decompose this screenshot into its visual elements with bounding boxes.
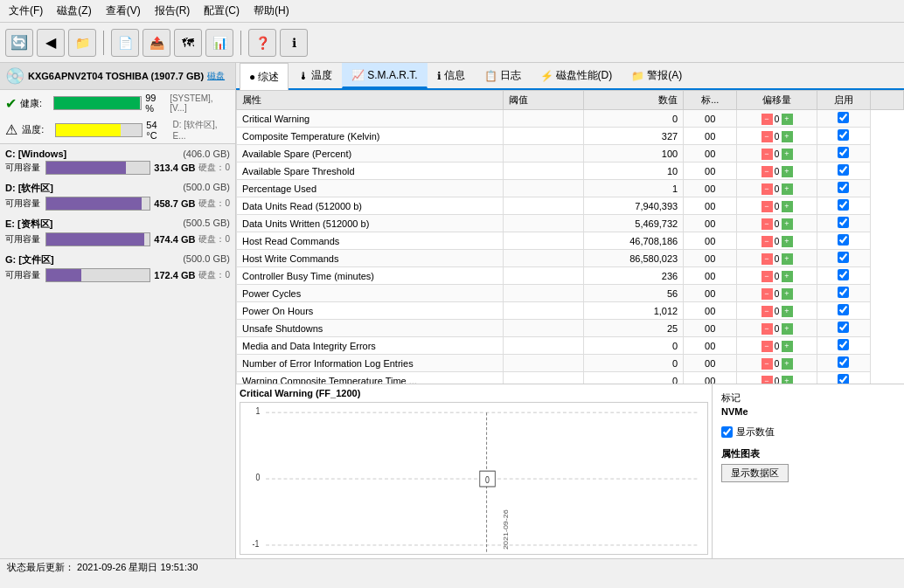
cell-enabled[interactable] bbox=[817, 215, 870, 232]
enabled-checkbox[interactable] bbox=[838, 234, 849, 246]
offset-minus-btn[interactable]: − bbox=[761, 183, 773, 195]
offset-minus-btn[interactable]: − bbox=[761, 271, 773, 282]
offset-plus-btn[interactable]: + bbox=[782, 341, 793, 352]
toolbar-help-btn[interactable]: ❓ bbox=[248, 29, 276, 57]
offset-minus-btn[interactable]: − bbox=[761, 306, 773, 317]
offset-plus-btn[interactable]: + bbox=[782, 323, 793, 335]
offset-plus-btn[interactable]: + bbox=[782, 271, 793, 282]
offset-plus-btn[interactable]: + bbox=[782, 358, 793, 370]
show-values-row[interactable]: 显示数值 bbox=[721, 425, 895, 439]
toolbar-btn5[interactable]: 📊 bbox=[205, 29, 233, 57]
enabled-checkbox[interactable] bbox=[838, 339, 849, 350]
toolbar-refresh-btn[interactable]: 🔄 bbox=[5, 29, 33, 57]
table-row[interactable]: Controller Busy Time (minutes) 236 00 − … bbox=[237, 267, 904, 285]
cell-enabled[interactable] bbox=[817, 128, 870, 145]
offset-plus-btn[interactable]: + bbox=[782, 376, 793, 384]
show-values-checkbox[interactable] bbox=[721, 426, 733, 438]
offset-plus-btn[interactable]: + bbox=[782, 114, 793, 125]
offset-minus-btn[interactable]: − bbox=[761, 376, 773, 384]
cell-enabled[interactable] bbox=[817, 250, 870, 267]
table-row[interactable]: Host Write Commands 86,580,023 00 − 0 + bbox=[237, 250, 904, 267]
toolbar-btn4[interactable]: 🗺 bbox=[174, 29, 202, 57]
menu-disk[interactable]: 磁盘(Z) bbox=[53, 2, 94, 20]
table-row[interactable]: Data Units Written (512000 b) 5,469,732 … bbox=[237, 215, 904, 232]
menu-report[interactable]: 报告(R) bbox=[151, 2, 194, 20]
menu-file[interactable]: 文件(F) bbox=[5, 2, 46, 20]
offset-plus-btn[interactable]: + bbox=[782, 201, 793, 212]
table-row[interactable]: Data Units Read (512000 b) 7,940,393 00 … bbox=[237, 197, 904, 215]
offset-plus-btn[interactable]: + bbox=[782, 306, 793, 317]
offset-plus-btn[interactable]: + bbox=[782, 183, 793, 195]
enabled-checkbox[interactable] bbox=[838, 322, 849, 333]
toolbar-folder-btn[interactable]: 📁 bbox=[68, 29, 96, 57]
tab-log[interactable]: 📋 日志 bbox=[475, 63, 531, 88]
offset-minus-btn[interactable]: − bbox=[761, 131, 773, 142]
offset-plus-btn[interactable]: + bbox=[782, 218, 793, 230]
menu-view[interactable]: 查看(V) bbox=[102, 2, 144, 20]
offset-minus-btn[interactable]: − bbox=[761, 218, 773, 230]
cell-enabled[interactable] bbox=[817, 110, 870, 128]
table-row[interactable]: Available Spare Threshold 10 00 − 0 + bbox=[237, 163, 904, 180]
offset-minus-btn[interactable]: − bbox=[761, 288, 773, 300]
show-data-btn[interactable]: 显示数据区 bbox=[721, 464, 789, 482]
cell-enabled[interactable] bbox=[817, 372, 870, 384]
table-container[interactable]: 属性 阈值 数值 标... 偏移量 启用 Critical Warning 0 … bbox=[236, 90, 904, 384]
toolbar-back-btn[interactable]: ◀ bbox=[37, 29, 65, 57]
tab-smart[interactable]: 📈 S.M.A.R.T. bbox=[342, 63, 427, 88]
tab-alert[interactable]: 📁 警报(A) bbox=[622, 63, 692, 88]
offset-minus-btn[interactable]: − bbox=[761, 341, 773, 352]
enabled-checkbox[interactable] bbox=[838, 269, 849, 280]
cell-enabled[interactable] bbox=[817, 267, 870, 285]
menu-help[interactable]: 帮助(H) bbox=[250, 2, 293, 20]
toolbar-btn3[interactable]: 📤 bbox=[143, 29, 170, 57]
cell-enabled[interactable] bbox=[817, 145, 870, 163]
offset-minus-btn[interactable]: − bbox=[761, 358, 773, 370]
offset-plus-btn[interactable]: + bbox=[782, 149, 793, 160]
offset-plus-btn[interactable]: + bbox=[782, 253, 793, 265]
table-row[interactable]: Power On Hours 1,012 00 − 0 + bbox=[237, 302, 904, 320]
cell-enabled[interactable] bbox=[817, 285, 870, 302]
cell-enabled[interactable] bbox=[817, 163, 870, 180]
tab-info[interactable]: ℹ 信息 bbox=[428, 63, 475, 88]
tab-temp[interactable]: 🌡 温度 bbox=[289, 63, 342, 88]
enabled-checkbox[interactable] bbox=[838, 199, 849, 211]
cell-enabled[interactable] bbox=[817, 180, 870, 197]
offset-minus-btn[interactable]: − bbox=[761, 201, 773, 212]
table-row[interactable]: Composite Temperature (Kelvin) 327 00 − … bbox=[237, 128, 904, 145]
enabled-checkbox[interactable] bbox=[838, 182, 849, 193]
enabled-checkbox[interactable] bbox=[838, 304, 849, 315]
menu-config[interactable]: 配置(C) bbox=[200, 2, 243, 20]
offset-plus-btn[interactable]: + bbox=[782, 236, 793, 247]
table-row[interactable]: Available Spare (Percent) 100 00 − 0 + bbox=[237, 145, 904, 163]
table-row[interactable]: Host Read Commands 46,708,186 00 − 0 + bbox=[237, 232, 904, 250]
table-row[interactable]: Critical Warning 0 00 − 0 + bbox=[237, 110, 904, 128]
offset-minus-btn[interactable]: − bbox=[761, 253, 773, 265]
cell-enabled[interactable] bbox=[817, 355, 870, 372]
offset-plus-btn[interactable]: + bbox=[782, 131, 793, 142]
table-row[interactable]: Percentage Used 1 00 − 0 + bbox=[237, 180, 904, 197]
enabled-checkbox[interactable] bbox=[838, 287, 849, 298]
enabled-checkbox[interactable] bbox=[838, 147, 849, 158]
enabled-checkbox[interactable] bbox=[838, 356, 849, 368]
offset-plus-btn[interactable]: + bbox=[782, 166, 793, 177]
enabled-checkbox[interactable] bbox=[838, 164, 849, 176]
enabled-checkbox[interactable] bbox=[838, 112, 849, 123]
offset-minus-btn[interactable]: − bbox=[761, 323, 773, 335]
enabled-checkbox[interactable] bbox=[838, 217, 849, 228]
cell-enabled[interactable] bbox=[817, 302, 870, 320]
offset-minus-btn[interactable]: − bbox=[761, 236, 773, 247]
offset-minus-btn[interactable]: − bbox=[761, 114, 773, 125]
tab-perf[interactable]: ⚡ 磁盘性能(D) bbox=[531, 63, 622, 88]
table-row[interactable]: Warning Composite Temperature Time ... 0… bbox=[237, 372, 904, 384]
table-row[interactable]: Power Cycles 56 00 − 0 + bbox=[237, 285, 904, 302]
cell-enabled[interactable] bbox=[817, 197, 870, 215]
enabled-checkbox[interactable] bbox=[838, 252, 849, 263]
table-row[interactable]: Number of Error Information Log Entries … bbox=[237, 355, 904, 372]
offset-plus-btn[interactable]: + bbox=[782, 288, 793, 300]
offset-minus-btn[interactable]: − bbox=[761, 149, 773, 160]
cell-enabled[interactable] bbox=[817, 232, 870, 250]
cell-enabled[interactable] bbox=[817, 337, 870, 355]
offset-minus-btn[interactable]: − bbox=[761, 166, 773, 177]
enabled-checkbox[interactable] bbox=[838, 129, 849, 141]
table-row[interactable]: Media and Data Integrity Errors 0 00 − 0… bbox=[237, 337, 904, 355]
